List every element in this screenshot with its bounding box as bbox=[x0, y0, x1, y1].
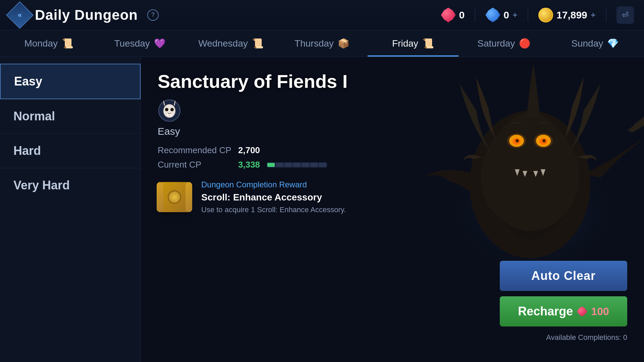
svg-rect-18 bbox=[167, 114, 168, 116]
current-cp-row: Current CP 3,338 bbox=[158, 160, 627, 170]
cp-segment-6 bbox=[311, 163, 318, 167]
current-cp-label: Current CP bbox=[158, 160, 231, 170]
red-gem-resource: 0 bbox=[441, 8, 465, 22]
tab-wednesday-label: Wednesday bbox=[198, 38, 248, 49]
difficulty-sidebar: Easy Normal Hard Very Hard bbox=[0, 57, 141, 362]
dungeon-name: Sanctuary of Fiends I bbox=[158, 70, 627, 92]
cp-bar-container bbox=[267, 162, 327, 168]
blue-gem-plus-button[interactable]: + bbox=[513, 10, 518, 20]
gold-resource: 17,899 + bbox=[538, 8, 596, 22]
recommended-cp-label: Recommended CP bbox=[158, 145, 231, 156]
reward-section: Dungeon Completion Reward Scroll: Enhanc… bbox=[158, 180, 627, 214]
cp-segment-4 bbox=[293, 163, 301, 167]
tab-wednesday[interactable]: Wednesday 📜 bbox=[185, 30, 276, 57]
sunday-icon: 💎 bbox=[607, 38, 619, 49]
available-completions: Available Completions: 0 bbox=[500, 333, 627, 342]
difficulty-very-hard[interactable]: Very Hard bbox=[0, 168, 141, 202]
svg-point-15 bbox=[163, 104, 175, 118]
saturday-icon: 🔴 bbox=[519, 38, 531, 49]
recommended-cp-row: Recommended CP 2,700 bbox=[158, 145, 627, 156]
scroll-circle bbox=[168, 190, 181, 204]
cp-segment-7 bbox=[319, 163, 326, 167]
logo-icon: « bbox=[6, 1, 34, 28]
day-tabs: Monday 📜 Tuesday 💜 Wednesday 📜 Thursday … bbox=[0, 30, 644, 57]
recommended-cp-value: 2,700 bbox=[238, 145, 260, 156]
page-title: Daily Dungeon bbox=[35, 7, 138, 23]
reward-icon-wrap bbox=[158, 180, 191, 214]
blue-gem-count: 0 bbox=[503, 9, 509, 21]
recharge-label: Recharge bbox=[518, 304, 573, 318]
resource-divider-1 bbox=[475, 8, 475, 22]
auto-clear-button[interactable]: Auto Clear bbox=[500, 261, 627, 291]
tab-thursday[interactable]: Thursday 📦 bbox=[276, 30, 367, 57]
svg-point-4 bbox=[513, 138, 521, 145]
svg-marker-10 bbox=[515, 169, 520, 176]
resource-bar: 0 0 + 17,899 + ⏎ bbox=[441, 6, 634, 24]
exit-button[interactable]: ⏎ bbox=[616, 6, 634, 24]
wednesday-icon: 📜 bbox=[252, 38, 264, 49]
dungeon-type-icon bbox=[158, 99, 181, 122]
tab-friday[interactable]: Friday 📜 bbox=[368, 30, 459, 57]
dungeon-detail: Sanctuary of Fiends I Easy bbox=[141, 57, 644, 362]
cp-segment-2 bbox=[276, 163, 283, 167]
tab-tuesday-label: Tuesday bbox=[114, 38, 150, 49]
header: « Daily Dungeon ? 0 0 + 17,899 + ⏎ bbox=[0, 0, 644, 30]
svg-rect-19 bbox=[170, 114, 172, 116]
monday-icon: 📜 bbox=[62, 38, 73, 49]
tab-saturday-label: Saturday bbox=[477, 38, 515, 49]
resource-divider-3 bbox=[606, 8, 606, 22]
tab-saturday[interactable]: Saturday 🔴 bbox=[459, 30, 549, 57]
reward-desc: Use to acquire 1 Scroll: Enhance Accesso… bbox=[201, 205, 346, 214]
cp-segment-5 bbox=[302, 163, 309, 167]
cp-segment-3 bbox=[285, 163, 292, 167]
red-gem-icon bbox=[441, 8, 455, 22]
reward-text: Dungeon Completion Reward Scroll: Enhanc… bbox=[201, 180, 346, 214]
current-cp-value: 3,338 bbox=[238, 160, 260, 170]
dungeon-stats: Recommended CP 2,700 Current CP 3,338 bbox=[158, 145, 627, 170]
resource-divider-2 bbox=[528, 8, 528, 22]
blue-gem-resource: 0 + bbox=[485, 8, 518, 22]
recharge-button[interactable]: Recharge 100 bbox=[500, 296, 627, 326]
difficulty-easy[interactable]: Easy bbox=[0, 64, 141, 99]
thursday-icon: 📦 bbox=[338, 38, 350, 49]
recharge-cost: 100 bbox=[591, 305, 609, 318]
tab-sunday[interactable]: Sunday 💎 bbox=[550, 30, 641, 57]
red-gem-count: 0 bbox=[459, 9, 465, 21]
tab-friday-label: Friday bbox=[392, 38, 418, 49]
blue-gem-icon bbox=[485, 8, 500, 22]
friday-icon: 📜 bbox=[422, 38, 434, 49]
reward-scroll-icon bbox=[159, 182, 190, 212]
svg-marker-12 bbox=[533, 171, 538, 177]
reward-title: Dungeon Completion Reward bbox=[201, 180, 346, 189]
difficulty-normal[interactable]: Normal bbox=[0, 99, 141, 134]
dungeon-difficulty-label: Easy bbox=[158, 126, 627, 137]
gold-count: 17,899 bbox=[556, 9, 587, 21]
cp-bar bbox=[267, 162, 327, 168]
svg-marker-11 bbox=[523, 171, 527, 177]
reward-item-name: Scroll: Enhance Accessory bbox=[201, 192, 346, 203]
tab-monday[interactable]: Monday 📜 bbox=[3, 30, 94, 57]
tab-monday-label: Monday bbox=[24, 38, 58, 49]
gold-plus-button[interactable]: + bbox=[591, 10, 596, 20]
svg-point-6 bbox=[516, 139, 519, 142]
tab-tuesday[interactable]: Tuesday 💜 bbox=[94, 30, 185, 57]
tab-sunday-label: Sunday bbox=[571, 38, 603, 49]
difficulty-hard[interactable]: Hard bbox=[0, 134, 141, 168]
help-button[interactable]: ? bbox=[147, 9, 159, 21]
logo-area: « Daily Dungeon ? bbox=[10, 5, 159, 25]
recharge-gem-icon bbox=[577, 306, 587, 316]
svg-point-17 bbox=[170, 108, 174, 111]
logo-chevron: « bbox=[18, 11, 22, 19]
gold-icon bbox=[538, 8, 553, 22]
svg-point-7 bbox=[542, 139, 546, 142]
tab-thursday-label: Thursday bbox=[294, 38, 334, 49]
tuesday-icon: 💜 bbox=[154, 38, 166, 49]
action-buttons: Auto Clear Recharge 100 Available Comple… bbox=[500, 261, 627, 342]
main-content: Easy Normal Hard Very Hard bbox=[0, 57, 644, 362]
svg-point-5 bbox=[539, 138, 547, 145]
cp-segment-1 bbox=[267, 163, 275, 167]
svg-marker-13 bbox=[541, 169, 545, 176]
svg-point-16 bbox=[165, 108, 168, 111]
